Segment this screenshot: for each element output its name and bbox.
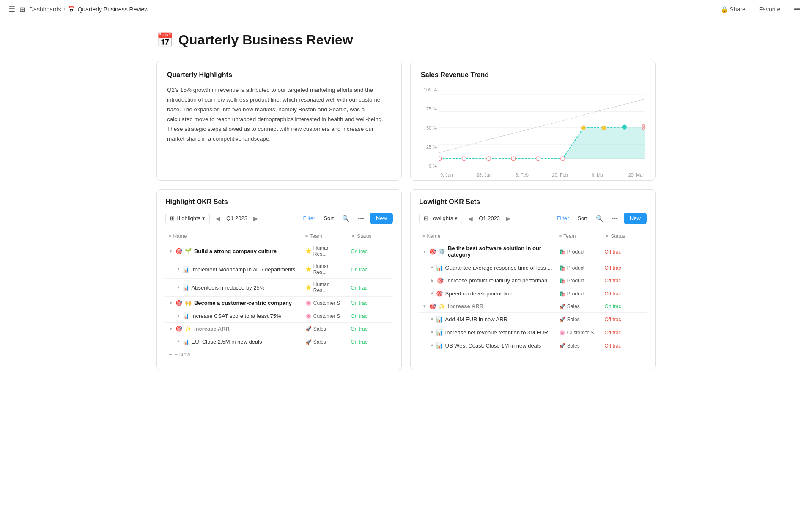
highlight-search-button[interactable]: 🔍 [340,213,352,224]
highlight-okr-title: Highlight OKR Sets [165,198,393,206]
breadcrumb-separator: / [64,6,66,13]
row-name: Increase ARR [194,326,230,332]
share-button[interactable]: 🔒 Share [717,4,749,14]
table-row[interactable]: • 📊 Increase net revenue retention to 3M… [419,326,647,339]
kr-icon: 📊 [182,339,189,345]
page-name-nav: Quarterly Business Review [77,6,148,13]
add-new-row[interactable]: + + New [165,348,393,361]
row-name-cell: • 📊 EU: Close 2.5M in new deals [169,338,299,345]
lowlight-sort-button[interactable]: Sort [575,213,590,223]
chart-x-axis: 9. Jan 23. Jan 6. Feb 20. Feb 6. Mar 20.… [439,172,645,177]
table-row[interactable]: • 🎯 Speed up development time 🛍️Product … [419,287,647,300]
add-icon: + [169,351,172,358]
row-name: Absenteeism reduced by 25% [192,284,265,291]
table-row[interactable]: ▼ 🎯 ✨ Increase ARR 🚀Sales On trac [165,323,393,335]
table-row[interactable]: • 📊 US West Coast: Close 1M in new deals… [419,339,647,352]
table-row[interactable]: • 📊 Guarantee average response time of l… [419,261,647,274]
svg-point-11 [561,157,565,161]
highlight-okr-toolbar: ⊞ Highlights ▾ ◀ Q1 2023 ▶ Filter Sort 🔍… [165,213,393,224]
page-content: 📅 Quarterly Business Review Quarterly Hi… [131,19,681,391]
team-badge: ⭐Human Res... [305,245,344,257]
chevron-icon[interactable]: ▼ [169,249,173,254]
menu-icon[interactable]: ☰ [8,5,15,14]
chevron-icon[interactable]: ▼ [422,249,427,254]
chevron-icon[interactable]: ▼ [169,326,173,331]
table-row[interactable]: ▶ 🎯 Increase product reliability and per… [419,274,647,287]
team-badge: 🌸Customer S [305,300,340,306]
row-name: Increase ARR [448,303,483,309]
lowlight-col-status-header: ▼Status [601,231,647,242]
lowlight-prev-period[interactable]: ◀ [466,213,475,224]
highlight-sort-button[interactable]: Sort [321,213,336,223]
svg-point-13 [602,126,606,130]
bullet-icon: • [177,338,180,345]
more-options-button[interactable]: ••• [790,4,804,14]
table-row[interactable]: • 📊 Absenteeism reduced by 25% ⭐Human Re… [165,279,393,297]
grid-icon[interactable]: ⊞ [19,6,25,14]
team-badge: ⭐Human Res... [305,282,344,293]
row-name: Increase CSAT score to at least 75% [192,313,281,319]
lowlight-new-button[interactable]: New [624,213,647,224]
kr-icon: 📊 [182,313,189,319]
team-badge: 🛍️Product [559,278,584,284]
row-name: US West Coast: Close 1M in new deals [445,342,541,349]
table-row[interactable]: ▼ 🎯 🌱 Build a strong company culture ⭐Hu… [165,242,393,260]
highlight-col-status-header: ▼Status [347,231,393,242]
svg-point-8 [487,157,491,161]
lowlight-next-period[interactable]: ▶ [503,213,513,224]
bullet-icon: • [177,312,180,319]
highlight-new-button[interactable]: New [370,213,393,224]
highlight-prev-period[interactable]: ◀ [213,213,223,224]
highlight-more-button[interactable]: ••• [355,213,367,224]
target-icon: 🎯 [176,300,182,306]
lowlight-okr-title: Lowlight OKR Sets [419,198,647,206]
lowlight-more-button[interactable]: ••• [609,213,620,224]
table-row[interactable]: • 📊 Increase CSAT score to at least 75% … [165,309,393,323]
highlight-filter-button[interactable]: Filter [301,213,318,223]
row-name-cell: • 📊 Increase CSAT score to at least 75% [169,312,299,319]
highlight-view-button[interactable]: ⊞ Highlights ▾ [165,213,210,224]
top-row: Quarterly Highlights Q2's 15% growth in … [156,61,656,181]
dropdown-icon: ▾ [202,215,205,221]
breadcrumb: Dashboards / 📅 Quarterly Business Review [29,6,148,13]
bullet-icon: • [177,284,180,291]
chevron-icon[interactable]: ▼ [169,301,173,305]
status-badge: Off trac [604,343,621,349]
expand-icon[interactable]: ▶ [431,278,434,283]
row-name: Add 4M EUR in new ARR [445,316,508,323]
favorite-button[interactable]: Favorite [756,4,784,14]
table-row[interactable]: ▼ 🎯 ✨ Increase ARR 🚀Sales On trac [419,300,647,313]
bullet-icon: • [431,264,433,271]
row-name: Increase product reliability and perform… [446,277,552,284]
highlight-next-period[interactable]: ▶ [251,213,261,224]
chevron-icon[interactable]: ▼ [422,304,427,309]
row-name: Speed up development time [445,290,514,297]
emoji-icon: 🙌 [185,300,192,306]
table-row[interactable]: • 📊 Implement Mooncamp in all 5 departme… [165,260,393,279]
table-row[interactable]: • 📊 EU: Close 2.5M in new deals 🚀Sales O… [165,335,393,348]
row-name-cell: • 📊 Implement Mooncamp in all 5 departme… [169,266,299,273]
status-badge: On trac [351,285,367,291]
highlight-col-name-header: ≡Name [165,231,302,242]
row-name-cell: ▶ 🎯 Increase product reliability and per… [422,277,552,284]
lowlight-filter-button[interactable]: Filter [554,213,572,223]
status-badge: Off trac [604,330,621,336]
table-row[interactable]: ▼ 🎯 🛡️ Be the best software solution in … [419,242,647,261]
target-icon: 🎯 [176,326,182,332]
status-badge: On trac [604,304,621,309]
row-name-cell: • 📊 Guarantee average response time of l… [422,264,552,271]
lowlight-search-button[interactable]: 🔍 [593,213,606,224]
svg-point-9 [511,157,516,161]
kr-icon: 📊 [436,265,443,271]
table-row[interactable]: • 📊 Add 4M EUR in new ARR 🚀Sales Off tra… [419,313,647,326]
dashboards-link[interactable]: Dashboards [29,6,61,13]
team-badge: 🛍️Product [559,265,584,271]
chart-svg [439,86,645,170]
team-badge: 🚀Sales [305,326,326,332]
team-badge: 🌸Customer S [559,330,594,336]
table-row[interactable]: ▼ 🎯 🙌 Become a customer-centric company … [165,297,393,309]
lowlight-view-button[interactable]: ⊞ Lowlights ▾ [419,213,462,224]
emoji-icon: ✨ [439,303,445,309]
page-title-section: 📅 Quarterly Business Review [156,32,656,48]
team-badge: 🛍️Product [559,249,584,255]
